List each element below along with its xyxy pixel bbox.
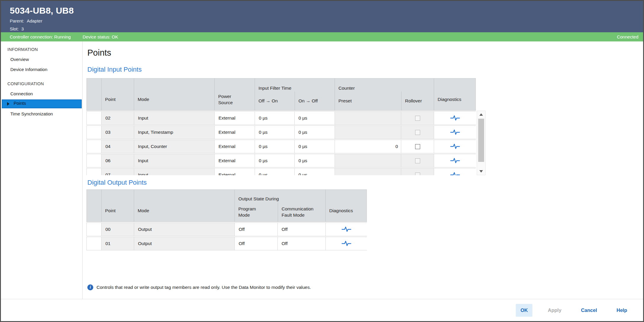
parent-label: Parent: <box>10 18 24 23</box>
cell-filter-off-on[interactable]: 0 µs <box>255 112 294 125</box>
row-selector[interactable] <box>87 154 101 167</box>
output-header-comm-fault-mode: Communication Fault Mode <box>278 202 326 222</box>
cell-comm-fault-mode[interactable]: Off <box>277 237 325 250</box>
cell-filter-on-off[interactable]: 0 µs <box>294 154 335 167</box>
cell-power-source[interactable]: External <box>214 112 255 125</box>
input-table-scrollbar[interactable] <box>477 111 486 175</box>
input-header-selector <box>87 78 102 110</box>
diagnostics-pulse-icon[interactable] <box>341 240 351 247</box>
cell-filter-on-off[interactable]: 0 µs <box>294 126 335 139</box>
cell-point: 01 <box>101 237 134 250</box>
slot-label: Slot: <box>10 26 19 31</box>
cell-diagnostics[interactable] <box>325 237 367 250</box>
cell-rollover <box>401 126 434 139</box>
cell-diagnostics[interactable] <box>325 223 367 236</box>
scrollbar-up-button[interactable] <box>477 111 485 118</box>
cell-rollover[interactable] <box>401 140 434 153</box>
sidebar-item-time-synchronization[interactable]: Time Synchronization <box>1 109 82 119</box>
diagnostics-pulse-icon[interactable] <box>450 171 460 175</box>
sidebar-item-overview[interactable]: Overview <box>1 54 82 65</box>
help-button[interactable]: Help <box>612 304 631 317</box>
cancel-button[interactable]: Cancel <box>577 304 601 317</box>
cell-preset <box>335 168 401 175</box>
scrollbar-down-button[interactable] <box>477 168 485 175</box>
parent-line: Parent:Adapter <box>10 17 643 24</box>
diagnostics-pulse-icon[interactable] <box>341 226 351 233</box>
cell-comm-fault-mode[interactable]: Off <box>277 223 325 236</box>
row-selector[interactable] <box>87 112 101 125</box>
cell-preset[interactable]: 0 <box>335 140 401 153</box>
input-header-rollover: Rollover <box>401 91 434 110</box>
cell-filter-on-off[interactable]: 0 µs <box>294 168 335 175</box>
row-selector[interactable] <box>87 237 101 250</box>
sidebar-item-points[interactable]: Points <box>2 99 82 108</box>
ok-button[interactable]: OK <box>516 304 532 317</box>
cell-diagnostics[interactable] <box>434 168 476 175</box>
row-selector[interactable] <box>87 126 101 139</box>
input-table-header: Point Mode Power Source Input Filter Tim… <box>86 78 476 111</box>
input-row-02: 02InputExternal0 µs0 µs <box>86 111 476 125</box>
cell-diagnostics[interactable] <box>434 112 476 125</box>
input-header-point: Point <box>102 78 134 110</box>
rollover-checkbox <box>415 173 420 176</box>
sidebar-section-information: INFORMATION <box>7 46 82 53</box>
input-table-rows: 02InputExternal0 µs0 µs03Input, Timestam… <box>86 111 476 175</box>
scroll-up-icon <box>479 113 483 116</box>
scrollbar-thumb[interactable] <box>478 119 484 162</box>
cell-point: 00 <box>101 223 134 236</box>
input-header-off-on: Off → On <box>255 91 295 110</box>
cell-power-source[interactable]: External <box>214 154 255 167</box>
cell-mode: Input, Counter <box>134 140 214 153</box>
input-header-group-counter: Counter <box>335 78 434 91</box>
output-header-selector <box>87 190 102 222</box>
row-selector[interactable] <box>87 168 101 175</box>
cell-diagnostics[interactable] <box>434 126 476 139</box>
output-header-group-output-state: Output State During <box>235 190 326 202</box>
cell-point: 03 <box>101 126 134 139</box>
cell-point: 07 <box>101 168 134 175</box>
cell-point: 02 <box>101 112 134 125</box>
cell-filter-off-on[interactable]: 0 µs <box>255 140 294 153</box>
sidebar-item-connection[interactable]: Connection <box>1 89 82 99</box>
cell-diagnostics[interactable] <box>434 140 476 153</box>
digital-output-points-table: Point Mode Output State During Program M… <box>86 189 486 250</box>
page-title: Points <box>87 47 643 59</box>
cell-diagnostics[interactable] <box>434 154 476 167</box>
cell-power-source[interactable]: External <box>214 126 255 139</box>
diagnostics-pulse-icon[interactable] <box>450 129 460 136</box>
info-icon: i <box>87 284 93 290</box>
cell-program-mode[interactable]: Off <box>235 237 277 250</box>
cell-filter-off-on[interactable]: 0 µs <box>255 168 294 175</box>
cell-rollover <box>401 112 434 125</box>
scroll-down-icon <box>479 170 483 173</box>
rollover-checkbox <box>415 116 420 121</box>
cell-mode: Output <box>134 237 235 250</box>
cell-filter-on-off[interactable]: 0 µs <box>294 140 335 153</box>
slot-value: 3 <box>21 26 24 31</box>
diagnostics-pulse-icon[interactable] <box>450 157 460 164</box>
cell-power-source[interactable]: External <box>214 140 255 153</box>
rollover-checkbox[interactable] <box>415 144 420 149</box>
cell-filter-off-on[interactable]: 0 µs <box>255 126 294 139</box>
slot-line: Slot:3 <box>10 25 643 32</box>
cell-rollover <box>401 154 434 167</box>
parent-value: Adapter <box>27 18 42 23</box>
input-row-07: 07InputExternal0 µs0 µs <box>86 168 476 175</box>
cell-preset <box>335 112 401 125</box>
note-text: Controls that read or write output tag m… <box>97 285 311 290</box>
cell-rollover <box>401 168 434 175</box>
cell-power-source[interactable]: External <box>214 168 255 175</box>
output-table-header: Point Mode Output State During Program M… <box>86 189 367 222</box>
output-header-diagnostics: Diagnostics <box>326 190 367 222</box>
diagnostics-pulse-icon[interactable] <box>450 143 460 150</box>
row-selector[interactable] <box>87 223 101 236</box>
row-selector[interactable] <box>87 140 101 153</box>
sidebar-item-device-information[interactable]: Device Information <box>1 65 82 75</box>
cell-program-mode[interactable]: Off <box>235 223 277 236</box>
diagnostics-pulse-icon[interactable] <box>450 115 460 122</box>
cell-filter-off-on[interactable]: 0 µs <box>255 154 294 167</box>
sidebar-item-points-label: Points <box>14 101 26 106</box>
device-status: Device status: OK <box>83 34 118 39</box>
cell-point: 04 <box>101 140 134 153</box>
cell-filter-on-off[interactable]: 0 µs <box>294 112 335 125</box>
